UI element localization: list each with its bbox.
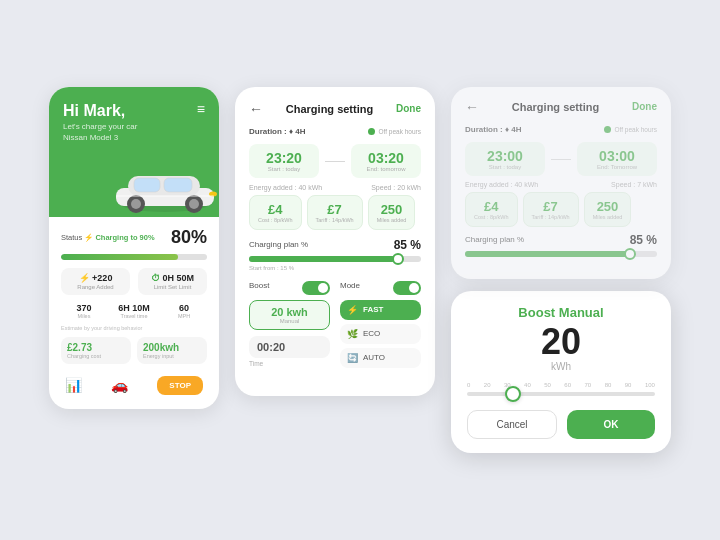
end-time-label: End: tomorrow [359,166,413,172]
cost-val: £4 [258,202,293,217]
right-energy-labels: Energy added : 40 kWh Speed : 7 kWh [465,181,657,188]
miles-sub: Miles added [377,217,407,223]
boost-label: Boost [249,281,269,290]
time-row: 23:20 Start : today —— 03:20 End: tomorr… [249,144,421,178]
right-cost-val: £4 [474,199,509,214]
mode-toggle-knob [409,283,419,293]
right-tariff-box: £7 Tariff : 14p/kWh [523,192,579,227]
stop-button[interactable]: STOP [157,376,203,395]
svg-point-6 [131,199,141,209]
range-added-item: ⚡ +220 Range Added [61,268,130,295]
end-time-val: 03:20 [359,150,413,166]
time-separator: —— [325,155,345,166]
start-time-box[interactable]: 23:20 Start : today [249,144,319,178]
boost-kwh-box[interactable]: 20 kwh Manual [249,300,330,330]
right-tariff-sub: Tariff : 14p/kWh [532,214,570,220]
right-time-row: 23:00 Start : today —— 03:00 End: Tomorr… [465,142,657,176]
done-button[interactable]: Done [396,103,421,114]
bottom-nav: 📊 🚗 STOP [61,372,207,399]
eco-label: ECO [363,329,380,338]
right-miles-sub: Miles added [593,214,623,220]
right-start-time: 23:00 [473,148,537,164]
right-slider[interactable] [465,251,657,257]
time-field[interactable]: 00:20 [249,336,330,358]
slider-thumb[interactable] [392,253,404,265]
charging-status: ⚡ Charging to 90% [84,233,154,242]
right-duration-row: Duration : ♦ 4H Off peak hours [465,125,657,134]
mid-card-header: ← Charging setting Done [249,101,421,117]
ok-button[interactable]: OK [567,410,655,439]
energy-added-label: Energy added : 40 kWh [249,184,322,191]
charge-plan-slider[interactable]: Start from : 15 % [249,256,421,271]
limit-item: ⏱ 0H 50M Limit Set Limit [138,268,207,295]
boost-scale[interactable]: 0 20 30 40 50 60 70 80 90 100 [467,382,655,396]
duration-label: Duration : ♦ 4H [249,127,306,136]
energy-speed-labels: Energy added : 40 kWh Speed : 20 kWh [249,184,421,191]
travel-label: Travel time [111,313,157,319]
mode-auto[interactable]: 🔄 AUTO [340,348,421,368]
car-illustration [108,160,219,215]
mode-toggle[interactable] [393,281,421,295]
tariff-box: £7 Tariff : 14p/kWh [307,195,363,230]
boost-modal: Boost Manual 20 kWh 0 20 30 40 50 60 70 … [451,291,671,454]
mode-eco[interactable]: 🌿 ECO [340,324,421,344]
right-cost-sub: Cost : 8p/kWh [474,214,509,220]
mph-val: 60 [161,303,207,313]
right-done-button[interactable]: Done [632,101,657,112]
left-card-header: Hi Mark, Let's charge your car Nissan Mo… [49,87,219,217]
slider-fill [249,256,395,262]
toggle-knob [318,283,328,293]
status-row: Status ⚡ Charging to 90% 80% [61,227,207,248]
right-start-time-box: 23:00 Start : today [465,142,545,176]
boost-kwh-label: Manual [258,318,321,324]
travel-val: 6H 10M [111,303,157,313]
charge-progress-bar [61,254,207,260]
auto-icon: 🔄 [347,353,358,363]
right-top-header: ← Charging setting Done [465,99,657,115]
right-charge-plan: Charging plan % 85 % [465,233,657,247]
charging-cost-box: £2.73 Charging cost [61,337,131,364]
boost-modal-buttons: Cancel OK [467,410,655,439]
right-time-sep: —— [551,153,571,164]
right-start-lbl: Start : today [473,164,537,170]
right-slider-fill [465,251,628,257]
estimate-text: Estimate by your driving behavior [61,325,207,331]
mode-label: Mode [340,281,360,290]
time-field-val: 00:20 [257,341,322,353]
charge-plan-row: Charging plan % 85 % [249,238,421,252]
cost-box: £4 Cost : 8p/kWh [249,195,302,230]
range-added-val: ⚡ +220 [65,273,126,283]
svg-rect-10 [116,195,214,197]
miles-label: Miles [61,313,107,319]
right-back-button[interactable]: ← [465,99,479,115]
boost-scale-thumb[interactable] [505,386,521,402]
timer-icon: ⏱ [151,273,160,283]
end-time-box[interactable]: 03:20 End: tomorrow [351,144,421,178]
right-offpeak: Off peak hours [604,126,657,133]
boost-toggle[interactable] [302,281,330,295]
right-speed-label: Speed : 7 kWh [611,181,657,188]
svg-rect-3 [134,178,160,192]
menu-icon[interactable]: ≡ [197,101,205,117]
svg-rect-4 [164,178,192,192]
offpeak-dot [368,128,375,135]
right-top-card: ← Charging setting Done Duration : ♦ 4H … [451,87,671,279]
tariff-val: £7 [316,202,354,217]
right-slider-thumb[interactable] [624,248,636,260]
chart-icon[interactable]: 📊 [65,377,82,393]
mode-fast[interactable]: ⚡ FAST [340,300,421,320]
greeting-text: Hi Mark, [63,101,205,120]
car-icon[interactable]: 🚗 [111,377,128,393]
right-cost-box: £4 Cost : 8p/kWh [465,192,518,227]
right-offpeak-dot [604,126,611,133]
duration-row: Duration : ♦ 4H Off peak hours [249,127,421,136]
boost-column: Boost 20 kwh Manual 00:20 Time [249,281,330,372]
miles-val: 250 [377,202,407,217]
back-button[interactable]: ← [249,101,263,117]
right-top-title: Charging setting [512,101,599,113]
stat-travel: 6H 10M Travel time [111,303,157,319]
right-end-time: 03:00 [585,148,649,164]
cancel-button[interactable]: Cancel [467,410,557,439]
limit-label: Limit Set Limit [142,284,203,290]
stats-row: 370 Miles 6H 10M Travel time 60 MPH [61,303,207,319]
